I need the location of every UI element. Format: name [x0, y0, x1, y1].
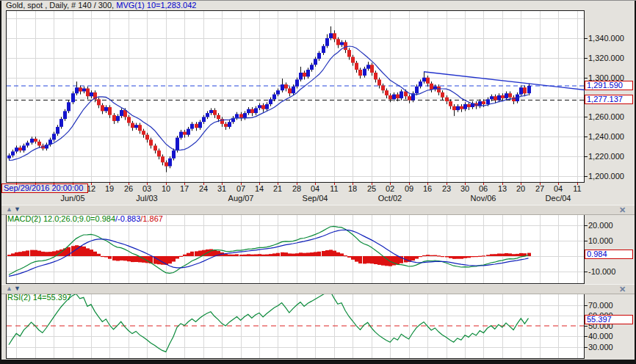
month-tick-label: Dec/04	[546, 194, 571, 203]
chart-title: Gold, spot , Daily, # 140 / 300, MVG(1) …	[6, 1, 196, 10]
price-axis-tick	[584, 117, 588, 117]
day-tick-label: 06	[479, 184, 488, 193]
day-tick-label: 18	[348, 184, 357, 193]
macd-tick-label: -10.000	[588, 267, 615, 276]
price-tick-label: 1,200.000	[588, 172, 624, 181]
day-tick-label: 16	[423, 184, 432, 193]
day-tick-label: 20	[516, 184, 525, 193]
chart-title-mvg: MVG(1) 10=1,283.042	[116, 1, 196, 10]
day-tick-label: 24	[199, 184, 208, 193]
macd-value-box: 0.984	[585, 250, 633, 259]
macd-tick-label: 10.000	[588, 236, 613, 245]
price-axis-tick	[584, 38, 588, 39]
price-tick-label: 1,260.000	[588, 112, 624, 121]
macd-axis-tick	[584, 272, 588, 272]
collapse-up-icon[interactable]: ▲	[6, 285, 12, 293]
day-tick-label: 11	[330, 184, 338, 193]
window-border-bottom	[0, 360, 636, 364]
month-tick-label: Aug/07	[228, 194, 254, 203]
day-tick-label: 04	[311, 184, 319, 193]
day-tick-label: 27	[535, 184, 544, 193]
rsi-header-label: RSI(2) 14=55.397	[7, 293, 71, 302]
chart-window: Gold, spot , Daily, # 140 / 300, MVG(1) …	[0, 0, 636, 364]
rsi-tick-label: 40.000	[588, 332, 613, 341]
rsi-axis-tick	[584, 326, 588, 327]
price-value-box: 1,291.590	[585, 81, 633, 90]
macd-axis-tick	[584, 241, 588, 241]
day-tick-label: 13	[498, 184, 507, 193]
macd-tick-label: 20.000	[588, 221, 613, 230]
macd-close-button[interactable]: ✕	[619, 205, 626, 214]
price-tick-label: 1,320.000	[588, 54, 624, 62]
day-tick-label: 17	[180, 184, 189, 193]
month-tick-label: Nov/06	[471, 194, 496, 203]
price-tick-label: 1,240.000	[588, 132, 624, 141]
main-price-plot[interactable]	[6, 10, 585, 183]
day-tick-label: 14	[255, 184, 264, 193]
day-tick-label: 03	[142, 184, 151, 193]
day-tick-label: 09	[405, 184, 413, 193]
rsi-axis-tick	[584, 336, 588, 337]
rsi-tick-label: 30.000	[588, 343, 613, 352]
rsi-close-button[interactable]: ✕	[619, 285, 626, 294]
chart-title-instrument: Gold, spot , Daily, # 140 / 300,	[6, 1, 116, 10]
macd-axis-tick	[584, 225, 588, 226]
price-axis-tick	[584, 176, 588, 177]
month-tick-label: Jul/03	[136, 194, 157, 203]
day-tick-label: 04	[554, 184, 563, 193]
day-tick-label: 02	[386, 184, 394, 193]
day-tick-label: 23	[442, 184, 451, 193]
collapse-down-icon[interactable]: ▼	[14, 285, 21, 293]
day-tick-label: 28	[292, 184, 301, 193]
rsi-axis-tick	[584, 347, 588, 348]
price-axis-tick	[584, 156, 588, 157]
price-axis-tick	[584, 136, 588, 137]
day-tick-label: 31	[217, 184, 226, 193]
macd-header-signal: /-0.883	[115, 214, 140, 223]
rsi-value-box: 55.397	[585, 315, 633, 324]
price-tick-label: 1,340.000	[588, 34, 624, 43]
day-tick-label: 30	[460, 184, 469, 193]
rsi-panel-splitter[interactable]: ▲▼ ✕	[0, 284, 636, 294]
day-tick-label: 19	[105, 184, 114, 193]
price-axis-tick	[584, 78, 588, 79]
day-tick-label: 10	[162, 184, 170, 193]
day-tick-label: 11	[573, 184, 581, 193]
day-tick-label: 25	[367, 184, 376, 193]
rsi-tick-label: 70.000	[588, 301, 613, 310]
rsi-plot[interactable]	[6, 293, 585, 359]
cursor-date-box: Sep/29/2016 20:00:00	[1, 183, 88, 193]
price-value-box: 1,277.137	[585, 95, 633, 104]
macd-header-hist: /1.867	[140, 214, 163, 223]
rsi-header: RSI(2) 14=55.397	[7, 294, 71, 302]
macd-header: MACD(2) 12.0;26.0;9.0=0.984/-0.883/1.867	[7, 215, 163, 223]
day-tick-label: 07	[236, 184, 245, 193]
rsi-axis-tick	[584, 305, 588, 306]
window-border-left	[0, 1, 1, 364]
day-tick-label: 26	[124, 184, 133, 193]
macd-header-main: MACD(2) 12.0;26.0;9.0=0.984	[7, 214, 115, 223]
price-axis-tick	[584, 58, 588, 59]
month-tick-label: Sep/04	[303, 194, 328, 203]
month-tick-label: Jun/05	[60, 194, 84, 203]
macd-plot[interactable]	[6, 214, 585, 284]
month-tick-label: Oct/02	[378, 194, 402, 203]
day-tick-label: 21	[273, 184, 282, 193]
collapse-up-icon[interactable]: ▲	[6, 205, 12, 214]
collapse-down-icon[interactable]: ▼	[14, 205, 21, 214]
macd-panel-splitter[interactable]: ▲▼ ✕	[0, 205, 636, 215]
price-tick-label: 1,220.000	[588, 152, 624, 161]
